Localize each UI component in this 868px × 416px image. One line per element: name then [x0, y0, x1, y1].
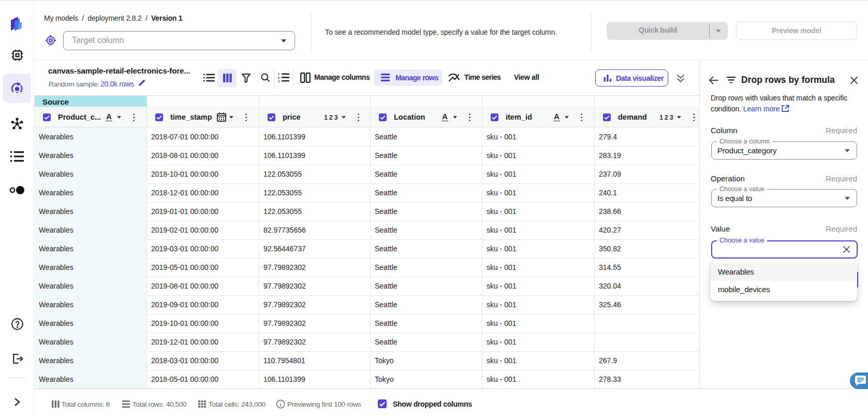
svg-text:1: 1 [278, 73, 279, 76]
svg-text:3: 3 [278, 80, 279, 83]
svg-text:2: 2 [278, 76, 279, 79]
